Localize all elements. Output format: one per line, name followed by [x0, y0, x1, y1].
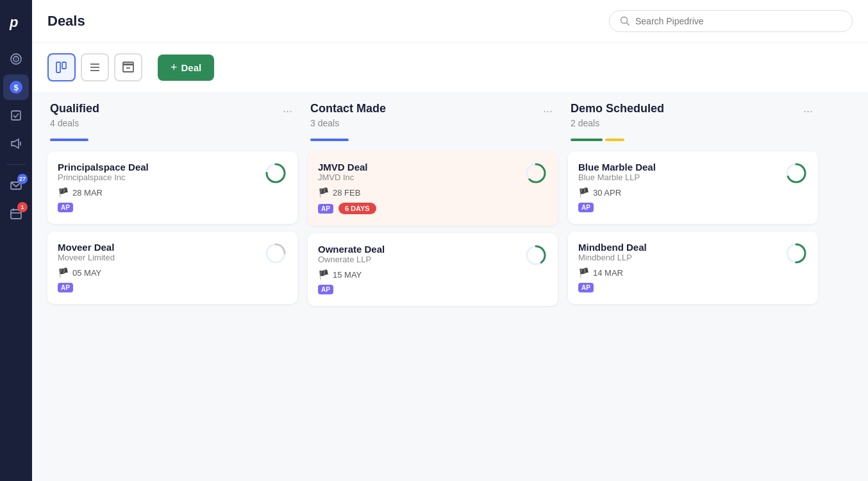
- kanban-view-button[interactable]: [47, 53, 76, 81]
- deal-card-mindbend[interactable]: Mindbend Deal Mindbend LLP 🏴 14 MAR AP: [568, 232, 818, 304]
- svg-line-15: [627, 23, 630, 26]
- flag-icon: 🏴: [58, 267, 69, 278]
- list-view-button[interactable]: [81, 53, 109, 81]
- deal-date: 30 APR: [593, 188, 621, 198]
- column-title-contact-made: Contact Made: [310, 102, 386, 115]
- search-input[interactable]: [635, 16, 842, 26]
- deal-card-ownerate[interactable]: Ownerate Deal Ownerate LLP 🏴 15 MAY AP: [308, 233, 558, 306]
- progress-ring-contact-1: [524, 244, 547, 269]
- logo: p: [4, 10, 28, 33]
- svg-text:$: $: [13, 83, 19, 92]
- deal-date: 15 MAY: [333, 270, 362, 280]
- progress-ring-demo-0: [785, 162, 808, 187]
- svg-rect-16: [56, 62, 60, 72]
- column-qualified: Qualified 4 deals ··· Principalspace Dea…: [47, 92, 297, 471]
- avatar-badge: AP: [58, 203, 73, 212]
- add-deal-icon: +: [171, 61, 178, 74]
- flag-icon: 🏴: [58, 187, 69, 198]
- avatar-badge: AP: [318, 285, 333, 294]
- color-bar-contact-made: [308, 139, 558, 141]
- deal-date-row: 🏴 28 MAR: [58, 187, 149, 198]
- page-title: Deals: [47, 13, 609, 30]
- column-contact-made: Contact Made 3 deals ··· JMVD Deal JMVD …: [308, 92, 558, 471]
- svg-rect-17: [62, 62, 66, 69]
- svg-text:p: p: [9, 14, 18, 30]
- calendar-badge: 1: [17, 202, 28, 212]
- sidebar-item-deals[interactable]: $: [3, 74, 29, 100]
- flag-icon: 🏴: [318, 269, 329, 280]
- search-icon: [620, 16, 630, 26]
- bar-segment: [50, 139, 88, 141]
- archive-view-button[interactable]: [114, 53, 142, 81]
- deal-name: Ownerate Deal: [318, 244, 385, 255]
- deal-card-moveer[interactable]: Moveer Deal Moveer Limited 🏴 05 MAY AP: [47, 232, 297, 304]
- deal-footer: AP: [58, 203, 149, 212]
- deal-footer: AP: [318, 285, 385, 294]
- deal-card-blue-marble[interactable]: Blue Marble Deal Blue Marble LLP 🏴 30 AP…: [568, 151, 818, 224]
- sidebar: p $ 27: [0, 0, 32, 481]
- deal-company: Principalspace Inc: [58, 173, 149, 182]
- deal-company: Moveer Limited: [58, 253, 115, 262]
- deal-date: 05 MAY: [72, 268, 101, 278]
- flag-icon: 🏴: [578, 267, 589, 278]
- deal-card-principalspace[interactable]: Principalspace Deal Principalspace Inc 🏴…: [47, 151, 297, 224]
- toolbar: + Deal: [32, 43, 868, 92]
- deal-name: Blue Marble Deal: [578, 162, 656, 173]
- main-content: Deals: [32, 0, 868, 481]
- progress-ring-demo-1: [785, 242, 808, 267]
- sidebar-item-target[interactable]: [3, 46, 29, 72]
- deal-date-row: 🏴 15 MAY: [318, 269, 385, 280]
- deal-date-row: 🏴 30 APR: [578, 187, 656, 198]
- deal-date: 28 FEB: [333, 188, 360, 198]
- add-deal-label: Deal: [181, 62, 202, 73]
- svg-rect-22: [123, 62, 133, 65]
- deal-company: Ownerate LLP: [318, 255, 385, 264]
- bar-segment: [310, 139, 349, 141]
- column-title-qualified: Qualified: [50, 102, 99, 115]
- avatar-badge: AP: [578, 203, 594, 212]
- deal-footer: AP: [578, 283, 647, 292]
- deal-company: JMVD Inc: [318, 173, 376, 182]
- column-header-qualified: Qualified 4 deals ···: [47, 92, 297, 131]
- deal-name: Mindbend Deal: [578, 242, 647, 253]
- deal-company: Blue Marble LLP: [578, 173, 656, 182]
- progress-ring-qualified-1: [264, 242, 287, 267]
- column-menu-contact-made[interactable]: ···: [540, 102, 555, 121]
- flag-icon: 🏴: [578, 187, 589, 198]
- column-demo-scheduled: Demo Scheduled 2 deals ··· Blue Marble D…: [568, 92, 818, 471]
- search-bar[interactable]: [609, 10, 853, 32]
- column-title-demo-scheduled: Demo Scheduled: [571, 102, 664, 115]
- deal-date-row: 🏴 28 FEB: [318, 187, 376, 198]
- avatar-badge: AP: [578, 283, 594, 292]
- avatar-badge: AP: [58, 283, 73, 292]
- board: Qualified 4 deals ··· Principalspace Dea…: [32, 92, 868, 481]
- deal-footer: AP: [578, 203, 656, 212]
- sidebar-item-calendar[interactable]: 1: [3, 201, 29, 226]
- flag-icon: 🏴: [318, 187, 329, 198]
- progress-ring-contact-0: [524, 162, 547, 187]
- column-count-demo-scheduled: 2 deals: [571, 118, 664, 128]
- column-menu-qualified[interactable]: ···: [280, 102, 295, 121]
- avatar-badge: AP: [318, 204, 333, 214]
- color-bar-qualified: [47, 139, 297, 141]
- deal-name: Principalspace Deal: [58, 162, 149, 173]
- bar-segment-yellow: [605, 139, 624, 141]
- column-header-demo-scheduled: Demo Scheduled 2 deals ···: [568, 92, 818, 131]
- deal-date-row: 🏴 05 MAY: [58, 267, 115, 278]
- svg-rect-6: [12, 111, 21, 120]
- column-menu-demo-scheduled[interactable]: ···: [801, 102, 815, 121]
- mail-badge: 27: [17, 174, 28, 184]
- column-count-contact-made: 3 deals: [310, 118, 386, 128]
- column-header-contact-made: Contact Made 3 deals ···: [308, 92, 558, 131]
- sidebar-item-tasks[interactable]: [3, 103, 29, 128]
- progress-ring-qualified-0: [264, 162, 287, 187]
- deal-name: JMVD Deal: [318, 162, 376, 173]
- overdue-badge: 6 DAYS: [338, 203, 376, 214]
- header: Deals: [32, 0, 868, 43]
- svg-point-14: [621, 17, 628, 24]
- deal-date-row: 🏴 14 MAR: [578, 267, 647, 278]
- add-deal-button[interactable]: + Deal: [158, 55, 214, 81]
- deal-card-jmvd[interactable]: JMVD Deal JMVD Inc 🏴 28 FEB AP 6 DAYS: [308, 151, 558, 226]
- sidebar-item-mail[interactable]: 27: [3, 173, 29, 198]
- sidebar-item-megaphone[interactable]: [3, 131, 29, 156]
